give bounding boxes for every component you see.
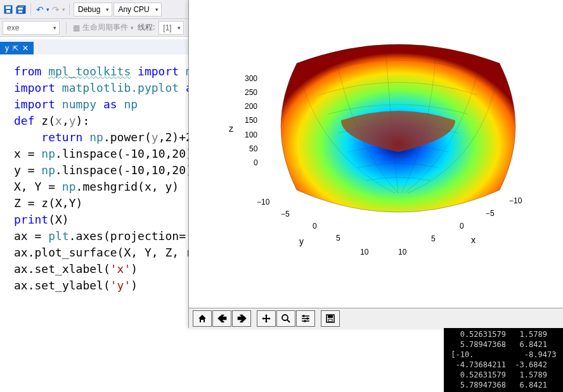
y-axis-label: y [299, 236, 304, 246]
z-axis-label: z [229, 123, 233, 134]
output-console[interactable]: 0.52631579 1.5789 5.78947368 6.8421 [-10… [444, 328, 563, 392]
plot-canvas[interactable]: z y x 300 250 200 150 100 50 0 −10 −5 0 … [189, 0, 563, 308]
z-tick: 50 [249, 144, 257, 153]
home-button[interactable] [193, 310, 212, 327]
z-tick: 300 [245, 74, 257, 83]
separator [69, 4, 70, 15]
x-tick: −5 [486, 209, 495, 218]
y-tick: 0 [313, 222, 317, 231]
svg-rect-2 [6, 10, 10, 13]
surface-3d [259, 38, 538, 247]
lifecycle-icon: ▦ [73, 23, 80, 32]
matplotlib-figure-window: z y x 300 250 200 150 100 50 0 −10 −5 0 … [188, 0, 563, 328]
redo-button: ↷ [51, 4, 61, 15]
pan-button[interactable] [257, 310, 276, 327]
svg-point-15 [304, 320, 306, 322]
forward-button[interactable]: 🡺 [232, 310, 251, 327]
svg-rect-7 [18, 11, 22, 13]
lifecycle-events[interactable]: ▦ 生命周期事件 ▾ [73, 22, 134, 33]
svg-point-11 [302, 315, 305, 317]
save-icon[interactable] [3, 4, 14, 15]
x-tick: 0 [460, 222, 464, 231]
x-tick: 10 [398, 248, 406, 256]
back-button[interactable]: 🡸 [212, 310, 231, 327]
lifecycle-label: 生命周期事件 [82, 22, 128, 33]
mpl-nav-toolbar: 🡸 🡺 [189, 308, 563, 328]
svg-point-13 [306, 317, 309, 320]
x-axis-label: x [471, 235, 476, 245]
thread-dropdown[interactable]: [1] [159, 21, 183, 35]
zoom-button[interactable] [276, 310, 295, 327]
x-tick: −10 [509, 196, 522, 205]
separator [66, 22, 67, 34]
y-tick: −10 [257, 198, 269, 206]
editor-tab[interactable]: y ⇱ ✕ [0, 42, 34, 54]
z-tick: 0 [254, 158, 258, 167]
z-tick: 250 [245, 88, 257, 97]
platform-dropdown[interactable]: Any CPU [113, 3, 161, 16]
save-all-icon[interactable] [15, 4, 27, 15]
svg-point-8 [282, 315, 288, 320]
z-tick: 200 [245, 102, 257, 111]
separator [30, 4, 31, 15]
process-dropdown[interactable]: exe [3, 21, 60, 35]
save-figure-button[interactable] [321, 310, 340, 327]
svg-line-9 [287, 320, 290, 322]
y-tick: −5 [281, 210, 290, 218]
tab-title: y [5, 44, 9, 53]
svg-rect-17 [328, 315, 333, 318]
y-tick: 10 [360, 248, 368, 256]
x-tick: 5 [431, 234, 436, 243]
undo-button[interactable]: ↶ [35, 4, 45, 15]
svg-rect-6 [18, 8, 23, 9]
close-icon[interactable]: ✕ [22, 44, 29, 53]
svg-rect-18 [328, 319, 332, 322]
configure-button[interactable] [296, 310, 315, 327]
solution-config-dropdown[interactable]: Debug [74, 3, 112, 16]
z-tick: 100 [245, 130, 257, 139]
svg-rect-1 [6, 6, 11, 9]
y-tick: 5 [336, 234, 340, 243]
thread-label: 线程: [138, 22, 155, 33]
z-tick: 150 [245, 116, 257, 125]
pin-icon[interactable]: ⇱ [13, 44, 18, 53]
